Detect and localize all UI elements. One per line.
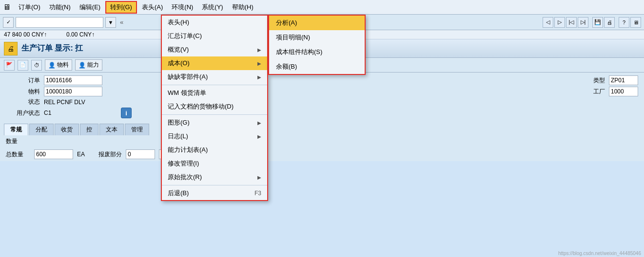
help-icon[interactable]: ? bbox=[619, 17, 629, 28]
flag-icon[interactable]: 🚩 bbox=[4, 60, 15, 71]
goto-log[interactable]: 日志(L) ▶ bbox=[162, 129, 267, 143]
bottom-row: 数量 bbox=[0, 135, 644, 147]
material-row: 物料 工厂 bbox=[6, 87, 638, 96]
unit-label: EA bbox=[77, 151, 85, 158]
page-title: 生产订单 显示: 扛 bbox=[21, 43, 83, 54]
capacity-label: 能力 bbox=[87, 61, 99, 69]
total-qty-label: 总数量 bbox=[6, 150, 30, 159]
info-icon-wrapper: i bbox=[121, 108, 132, 118]
form-area: 订单 类型 物料 工厂 状态 REL PCNF DLV 用户状态 C1 i bbox=[0, 73, 644, 123]
material-button[interactable]: 👤 物料 bbox=[45, 59, 72, 71]
log-arrow: ▶ bbox=[257, 134, 261, 139]
goto-change-mgmt[interactable]: 修改管理(I) bbox=[162, 157, 267, 170]
separator-3 bbox=[162, 185, 267, 185]
graph-arrow: ▶ bbox=[257, 120, 261, 126]
status-value: REL PCNF DLV bbox=[44, 99, 102, 106]
plant-input[interactable] bbox=[609, 87, 638, 96]
material-input[interactable] bbox=[44, 87, 102, 96]
status-row: 状态 REL PCNF DLV bbox=[6, 98, 638, 106]
cost-balance[interactable]: 余额(B) bbox=[269, 59, 365, 74]
menu-system[interactable]: 系统(Y) bbox=[198, 2, 227, 13]
clock-icon[interactable]: ⏱ bbox=[31, 60, 42, 71]
header-icon: 🖨 bbox=[4, 42, 18, 55]
cost-submenu: 分析(A) 项目明细(N) 成本组件结构(S) 余额(B) bbox=[268, 15, 366, 75]
menu-help[interactable]: 帮助(H) bbox=[228, 2, 257, 13]
goto-missing-parts[interactable]: 缺缺零部件(A) ▶ bbox=[162, 70, 267, 84]
type-input[interactable] bbox=[609, 75, 638, 85]
tab-receiving[interactable]: 收货 bbox=[55, 124, 79, 135]
goto-summary-order[interactable]: 汇总订单(C) bbox=[162, 29, 267, 43]
material-label: 物料 bbox=[57, 61, 69, 69]
menu-header[interactable]: 表头(A) bbox=[138, 2, 167, 13]
total-qty-input[interactable] bbox=[34, 149, 73, 159]
tab-control[interactable]: 控 bbox=[80, 124, 98, 135]
goto-back[interactable]: 后退(B) F3 bbox=[162, 186, 267, 200]
collapse-button[interactable]: « bbox=[118, 18, 125, 27]
separator-2 bbox=[162, 114, 267, 115]
order-row: 订单 类型 bbox=[6, 75, 638, 85]
user-status-value: C1 bbox=[44, 110, 102, 116]
goto-wm[interactable]: WM 领货清单 bbox=[162, 86, 267, 100]
menu-bar: 🖥 订单(O) 功能(N) 编辑(E) 转到(G) 表头(A) 环境(N) 系统… bbox=[0, 0, 644, 15]
goto-goods-movement[interactable]: 记入文档的货物移动(D) bbox=[162, 100, 267, 113]
check-button[interactable]: ✓ bbox=[3, 17, 14, 28]
cost-component-structure[interactable]: 成本组件结构(S) bbox=[269, 45, 365, 59]
order-label: 订单 bbox=[6, 76, 40, 85]
missing-parts-arrow: ▶ bbox=[257, 74, 261, 80]
material-label-form: 物料 bbox=[6, 88, 40, 96]
goto-capacity-plan[interactable]: 能力计划表(A) bbox=[162, 143, 267, 157]
goto-original-batch[interactable]: 原始批次(R) ▶ bbox=[162, 170, 267, 184]
nav-icons: ◁ ▷ |◁ ▷| 💾 🖨 ? 🖥 bbox=[543, 17, 641, 28]
tab-text[interactable]: 文本 bbox=[99, 124, 124, 135]
menu-function[interactable]: 功能(N) bbox=[45, 2, 75, 13]
menu-edit[interactable]: 编辑(E) bbox=[76, 2, 104, 13]
goto-graph[interactable]: 图形(G) ▶ bbox=[162, 116, 267, 129]
tab-allocation[interactable]: 分配 bbox=[29, 124, 54, 135]
tab-manage[interactable]: 管理 bbox=[125, 124, 149, 135]
watermark: https://blog.csdn.net/weixin_44485046 bbox=[558, 251, 641, 256]
goto-header[interactable]: 表头(H) bbox=[162, 16, 267, 29]
order-input[interactable] bbox=[44, 75, 102, 85]
monitor-icon[interactable]: 🖥 bbox=[630, 17, 641, 28]
header-icon-symbol: 🖨 bbox=[7, 45, 14, 53]
info-icon[interactable]: i bbox=[121, 108, 132, 118]
cost-item-detail[interactable]: 项目明细(N) bbox=[269, 30, 365, 45]
plant-label: 工厂 bbox=[571, 88, 605, 96]
material-icon: 👤 bbox=[48, 62, 56, 69]
user-status-label: 用户状态 bbox=[6, 109, 40, 117]
dropdown-arrow[interactable]: ▼ bbox=[105, 17, 116, 28]
save-icon[interactable]: 💾 bbox=[592, 17, 603, 28]
cost-arrow: ▶ bbox=[257, 61, 261, 66]
type-label: 类型 bbox=[571, 76, 605, 85]
goto-cost[interactable]: 成本(O) ▶ bbox=[162, 56, 267, 70]
nav-last-icon[interactable]: ▷| bbox=[578, 17, 588, 28]
col1-value: 47 840 00 CNY↑ bbox=[4, 31, 47, 38]
qty-label: 数量 bbox=[6, 137, 30, 146]
capacity-button[interactable]: 👤 能力 bbox=[75, 59, 102, 71]
goto-dropdown: 表头(H) 汇总订单(C) 概览(V) ▶ 成本(O) ▶ 缺缺零部件(A) ▶… bbox=[161, 15, 268, 201]
col2-value: 0.00 CNY↑ bbox=[66, 31, 95, 38]
separator-1 bbox=[162, 85, 267, 85]
goto-overview[interactable]: 概览(V) ▶ bbox=[162, 43, 267, 56]
scrap-label: 报废部分 bbox=[98, 150, 122, 159]
menu-env[interactable]: 环境(N) bbox=[168, 2, 197, 13]
status-label: 状态 bbox=[6, 98, 40, 106]
overview-arrow: ▶ bbox=[257, 47, 261, 53]
form-right-2: 工厂 bbox=[571, 87, 638, 96]
batch-arrow: ▶ bbox=[257, 175, 261, 180]
menu-goto[interactable]: 转到(G) bbox=[105, 1, 137, 14]
tab-regular[interactable]: 常规 bbox=[4, 124, 28, 135]
nav-first-icon[interactable]: |◁ bbox=[566, 17, 577, 28]
nav-prev-icon[interactable]: ◁ bbox=[543, 17, 553, 28]
form-right-1: 类型 bbox=[571, 75, 638, 85]
command-input[interactable] bbox=[16, 17, 103, 28]
back-shortcut: F3 bbox=[254, 190, 261, 197]
capacity-icon: 👤 bbox=[78, 62, 86, 69]
nav-next-icon[interactable]: ▷ bbox=[554, 17, 565, 28]
print-icon[interactable]: 🖨 bbox=[604, 17, 615, 28]
doc-icon[interactable]: 📄 bbox=[18, 60, 28, 71]
menu-order[interactable]: 订单(O) bbox=[15, 2, 44, 13]
app-icon: 🖥 bbox=[3, 3, 11, 12]
cost-analysis[interactable]: 分析(A) bbox=[269, 16, 365, 30]
scrap-value-input[interactable] bbox=[126, 149, 155, 159]
